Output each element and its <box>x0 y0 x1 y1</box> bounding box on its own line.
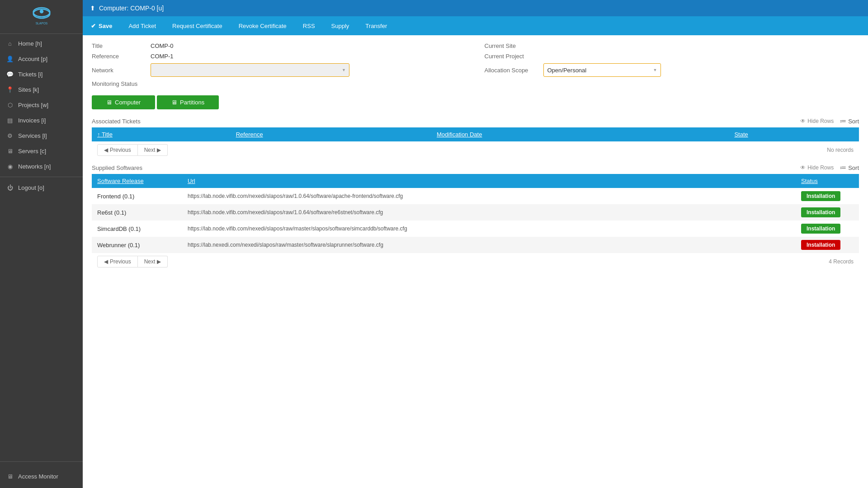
sidebar-item-label: Home [h] <box>18 40 42 47</box>
col-state[interactable]: State <box>729 127 859 141</box>
revoke-certificate-button[interactable]: Revoke Certificate <box>231 18 295 34</box>
allocation-scope-select[interactable]: Open/Personal <box>543 63 661 77</box>
table-row: Frontend (0.1) https://lab.node.vifib.co… <box>92 188 859 204</box>
sidebar-item-networks[interactable]: ◉ Networks [n] <box>0 159 83 174</box>
reference-value: COMP-1 <box>151 53 174 60</box>
no-records-text: No records <box>827 147 854 153</box>
associated-tickets-sort-button[interactable]: ≔ Sort <box>840 117 859 125</box>
monitor-buttons-area: 🖥 Computer 🖥 Partitions <box>83 93 868 114</box>
sidebar-item-sites[interactable]: 📍 Sites [k] <box>0 82 83 97</box>
sidebar-item-logout[interactable]: ⏻ Logout [o] <box>0 180 83 195</box>
chevron-left-icon-2: ◀ <box>104 258 108 265</box>
logo: SLAPOS <box>0 0 83 34</box>
transfer-button[interactable]: Transfer <box>357 18 395 34</box>
network-label: Network <box>92 67 146 74</box>
access-monitor-item[interactable]: 🖥 Access Monitor <box>6 469 76 483</box>
status-badge[interactable]: Installation <box>801 207 840 217</box>
sidebar-item-label: Services [l] <box>18 132 47 139</box>
sidebar-item-invoices[interactable]: ▤ Invoices [i] <box>0 113 83 128</box>
access-monitor-label: Access Monitor <box>18 473 58 480</box>
computer-icon: ⬆ <box>90 5 95 12</box>
col-url[interactable]: Url <box>182 174 796 188</box>
network-select-wrap <box>151 63 349 77</box>
title-label: Title <box>92 42 146 49</box>
topbar: ⬆ Computer: COMP-0 [u] <box>83 0 868 16</box>
previous-button[interactable]: ◀ Previous <box>97 144 138 156</box>
supplied-softwares-title: Supplied Softwares <box>92 164 142 171</box>
title-value: COMP-0 <box>151 42 174 49</box>
supplied-softwares-sort-button[interactable]: ≔ Sort <box>840 164 859 171</box>
associated-tickets-title: Associated Tickets <box>92 118 141 125</box>
url-cell: https://lab.node.vifib.com/nexedi/slapos… <box>182 221 796 237</box>
reference-row: Reference COMP-1 <box>92 53 467 60</box>
topbar-title: Computer: COMP-0 [u] <box>99 5 164 12</box>
col-reference[interactable]: Reference <box>231 127 431 141</box>
status-badge[interactable]: Installation <box>801 224 840 234</box>
networks-icon: ◉ <box>6 163 14 170</box>
computer-monitor-icon: 🖥 <box>106 99 112 106</box>
user-icon: 👤 <box>6 55 14 62</box>
sidebar-item-projects[interactable]: ⬡ Projects [w] <box>0 97 83 113</box>
sidebar-item-tickets[interactable]: 💬 Tickets [i] <box>0 66 83 82</box>
associated-tickets-pagination: ◀ Previous Next ▶ No records <box>92 141 859 159</box>
rss-button[interactable]: RSS <box>295 18 323 34</box>
allocation-scope-label: Allocation Scope <box>485 67 539 74</box>
logout-icon: ⏻ <box>6 184 14 191</box>
sidebar-item-account[interactable]: 👤 Account [p] <box>0 51 83 66</box>
col-modification-date[interactable]: Modification Date <box>431 127 729 141</box>
associated-tickets-hide-rows-button[interactable]: 👁 Hide Rows <box>800 118 834 124</box>
status-cell: Installation <box>796 204 859 221</box>
col-title[interactable]: ↑ Title <box>92 127 231 141</box>
supplied-softwares-hide-rows-button[interactable]: 👁 Hide Rows <box>800 164 834 171</box>
monitoring-status-label: Monitoring Status <box>92 80 146 87</box>
servers-icon: 🖥 <box>6 147 14 155</box>
associated-tickets-section: Associated Tickets 👁 Hide Rows ≔ Sort ↑ … <box>83 114 868 160</box>
form-left: Title COMP-0 Reference COMP-1 Network Mo… <box>92 42 467 91</box>
status-cell: Installation <box>796 237 859 253</box>
next-button[interactable]: Next ▶ <box>138 144 168 156</box>
col-status[interactable]: Status <box>796 174 859 188</box>
network-select[interactable] <box>151 63 349 77</box>
sidebar-item-label: Account [p] <box>18 56 47 62</box>
save-button[interactable]: ✔ Save <box>83 18 120 34</box>
sidebar-item-servers[interactable]: 🖥 Servers [c] <box>0 143 83 159</box>
network-row: Network <box>92 63 467 77</box>
status-badge[interactable]: Installation <box>801 191 840 201</box>
monitoring-status-row: Monitoring Status <box>92 80 467 87</box>
chevron-left-icon: ◀ <box>104 147 108 153</box>
title-row: Title COMP-0 <box>92 42 467 49</box>
supplied-softwares-header: Supplied Softwares 👁 Hide Rows ≔ Sort <box>92 164 859 171</box>
computer-monitor-button[interactable]: 🖥 Computer <box>92 95 155 109</box>
eye-icon-2: 👁 <box>800 164 806 171</box>
sidebar-bottom: 🖥 Access Monitor <box>0 465 83 488</box>
supplied-softwares-body: Frontend (0.1) https://lab.node.vifib.co… <box>92 188 859 253</box>
current-site-label: Current Site <box>485 42 539 49</box>
supplied-softwares-header-row: Software Release Url Status <box>92 174 859 188</box>
status-cell: Installation <box>796 221 859 237</box>
url-cell: https://lab.nexedi.com/nexedi/slapos/raw… <box>182 237 796 253</box>
partitions-monitor-button[interactable]: 🖥 Partitions <box>157 95 219 109</box>
add-ticket-button[interactable]: Add Ticket <box>120 18 164 34</box>
allocation-scope-select-wrap: Open/Personal <box>543 63 661 77</box>
status-cell: Installation <box>796 188 859 204</box>
sidebar-item-home[interactable]: ⌂ Home [h] <box>0 36 83 51</box>
supplied-softwares-pagination: ◀ Previous Next ▶ 4 Records <box>92 253 859 270</box>
software-release-cell: Frontend (0.1) <box>92 188 182 204</box>
sidebar-item-label: Projects [w] <box>18 102 48 108</box>
col-software-release[interactable]: Software Release <box>92 174 182 188</box>
request-certificate-button[interactable]: Request Certificate <box>164 18 231 34</box>
supplied-next-button[interactable]: Next ▶ <box>138 256 168 267</box>
supply-button[interactable]: Supply <box>323 18 358 34</box>
status-badge[interactable]: Installation <box>801 240 840 250</box>
sort-icon-2: ≔ <box>840 164 846 171</box>
software-release-cell: SimcardDB (0.1) <box>92 221 182 237</box>
supplied-pagination-buttons: ◀ Previous Next ▶ <box>97 256 168 267</box>
supplied-previous-button[interactable]: ◀ Previous <box>97 256 138 267</box>
sort-icon: ≔ <box>840 117 846 125</box>
sidebar-item-services[interactable]: ⚙ Services [l] <box>0 128 83 143</box>
chevron-right-icon: ▶ <box>157 147 161 153</box>
location-icon: 📍 <box>6 86 14 93</box>
projects-icon: ⬡ <box>6 101 14 108</box>
url-cell: https://lab.node.vifib.com/nexedi/slapos… <box>182 188 796 204</box>
table-row: Webrunner (0.1) https://lab.nexedi.com/n… <box>92 237 859 253</box>
